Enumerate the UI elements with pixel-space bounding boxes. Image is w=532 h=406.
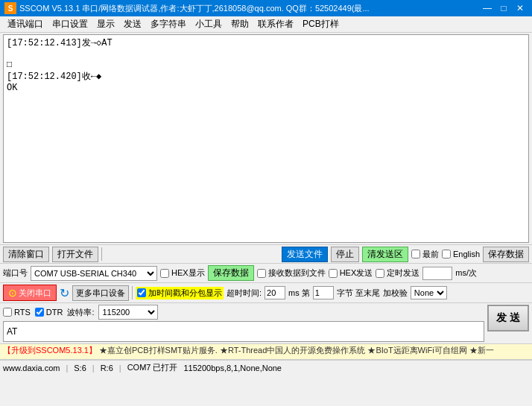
website-status: www.daxia.com — [3, 364, 60, 372]
hex-display-label[interactable]: HEX显示 — [160, 267, 205, 279]
hex-send-label[interactable]: HEX发送 — [329, 267, 373, 279]
receive-file-text: 接收数据到文件 — [268, 267, 326, 279]
baud-label: 波特率: — [67, 307, 94, 318]
toolbar-separator-1 — [101, 247, 102, 261]
close-button[interactable]: ✕ — [513, 2, 528, 14]
menu-serial-settings[interactable]: 串口设置 — [48, 16, 92, 32]
stop-button[interactable]: 停止 — [331, 247, 359, 262]
timed-send-text: 定时发送 — [387, 267, 419, 279]
promo-text-4: ★BIoT远距离WiFi可自组网 — [367, 346, 466, 355]
radio-icon: ⊙ — [8, 287, 17, 299]
timeout-input[interactable] — [265, 286, 285, 299]
checksum-select[interactable]: None — [411, 286, 447, 299]
byte-unit-label: 字节 至末尾 — [337, 288, 380, 299]
menu-send[interactable]: 发送 — [119, 16, 146, 32]
terminal-line-2 — [7, 49, 525, 60]
receive-file-checkbox[interactable] — [257, 269, 266, 278]
ms-label: ms 第 — [288, 288, 310, 299]
hex-display-checkbox[interactable] — [160, 269, 169, 278]
promo-text-1: 【升级到SSCOM5.13.1】 — [3, 346, 97, 355]
english-checkbox[interactable] — [442, 250, 451, 258]
menu-pcb[interactable]: PCB打样 — [298, 16, 343, 32]
rts-label[interactable]: RTS — [3, 308, 31, 317]
open-file-button[interactable]: 打开文件 — [52, 247, 98, 262]
menu-comm-port[interactable]: 通讯端口 — [3, 16, 48, 32]
s-count-status: S:6 — [74, 364, 86, 372]
byte-input[interactable] — [313, 286, 334, 299]
window-controls: — □ ✕ — [480, 2, 528, 14]
send-input[interactable] — [3, 321, 484, 342]
rts-checkbox[interactable] — [3, 308, 12, 317]
send-input-row — [3, 321, 484, 342]
toolbar-row: 清除窗口 打开文件 发送文件 停止 清发送区 最前 English 保存数据 — [0, 244, 532, 264]
timestamp-checkbox[interactable] — [137, 288, 146, 297]
status-bar: www.daxia.com | S:6 | R:6 | COM7 已打开 115… — [0, 360, 532, 375]
english-checkbox-label[interactable]: English — [442, 250, 480, 258]
timed-value-input[interactable]: 1000 — [422, 267, 452, 280]
title-bar: S SSCOM V5.13.1 串口/网络数据调试器,作者:大虾丁丁,26180… — [0, 0, 532, 16]
terminal-line-1: [17:52:12.413]发→◇AT — [7, 37, 525, 49]
hex-send-checkbox[interactable] — [329, 269, 338, 278]
config-row-2: ⊙ 关闭串口 ↻ 更多串口设备 加时间戳和分包显示 超时时间: ms 第 字节 … — [0, 283, 532, 303]
maximize-button[interactable]: □ — [496, 2, 511, 14]
timestamp-text: 加时间戳和分包显示 — [148, 288, 222, 299]
terminal-output: [17:52:12.413]发→◇AT □ [17:52:12.420]收←◆ … — [3, 34, 529, 243]
dtr-label[interactable]: DTR — [35, 308, 63, 317]
last-checkbox[interactable] — [411, 250, 420, 258]
timeout-label: 超时时间: — [227, 288, 262, 299]
refresh-icon[interactable]: ↻ — [60, 286, 69, 300]
menu-bar: 通讯端口 串口设置 显示 发送 多字符串 小工具 帮助 联系作者 PCB打样 — [0, 16, 532, 33]
clear-window-button[interactable]: 清除窗口 — [3, 247, 49, 262]
window-title: SSCOM V5.13.1 串口/网络数据调试器,作者:大虾丁丁,2618058… — [19, 3, 480, 14]
app-icon: S — [4, 2, 16, 14]
terminal-line-5: OK — [7, 83, 525, 93]
promo-text-3: ★RT-Thread中国人的开源免费操作系统 — [220, 346, 365, 355]
send-region-button[interactable]: 清发送区 — [362, 247, 408, 262]
menu-multistring[interactable]: 多字符串 — [146, 16, 191, 32]
last-label: 最前 — [422, 249, 439, 260]
dtr-text: DTR — [46, 308, 63, 317]
send-button[interactable]: 发 送 — [487, 305, 529, 332]
hex-send-text: HEX发送 — [340, 267, 373, 279]
promo-text-5: ★新一 — [469, 346, 494, 355]
send-area-right: 发 送 — [487, 305, 529, 332]
config-row-3: RTS DTR 波特率: 115200 — [3, 305, 484, 320]
send-file-button[interactable]: 发送文件 — [282, 247, 328, 262]
r-count-status: R:6 — [101, 364, 113, 372]
timestamp-label[interactable]: 加时间戳和分包显示 — [136, 287, 224, 299]
last-checkbox-label[interactable]: 最前 — [411, 249, 439, 260]
receive-file-label[interactable]: 接收数据到文件 — [257, 267, 326, 279]
baud-select[interactable]: 115200 — [98, 305, 158, 320]
promo-bar: 【升级到SSCOM5.13.1】 ★嘉立创PCB打样SMT贴片服务. ★RT-T… — [0, 343, 532, 360]
timed-unit-label: ms/次 — [455, 267, 477, 279]
timed-send-label[interactable]: 定时发送 — [376, 267, 419, 279]
rts-text: RTS — [14, 308, 31, 317]
menu-tools[interactable]: 小工具 — [191, 16, 227, 32]
dtr-checkbox[interactable] — [35, 308, 44, 317]
port-status: COM7 已打开 — [127, 362, 178, 373]
menu-display[interactable]: 显示 — [92, 16, 119, 32]
timed-send-checkbox[interactable] — [376, 269, 384, 278]
port-select[interactable]: COM7 USB-SERIAL CH340 — [31, 266, 157, 281]
terminal-line-4: [17:52:12.420]收←◆ — [7, 70, 525, 83]
config-row-1: 端口号 COM7 USB-SERIAL CH340 HEX显示 保存数据 接收数… — [0, 264, 532, 283]
save-data-button[interactable]: 保存数据 — [208, 265, 254, 281]
close-port-button[interactable]: ⊙ 关闭串口 — [3, 285, 57, 301]
baud-info-status: 115200bps,8,1,None,None — [183, 364, 282, 372]
english-label: English — [453, 250, 480, 258]
send-area-wrapper: RTS DTR 波特率: 115200 发 送 — [0, 303, 532, 343]
checksum-label: 加校验 — [383, 288, 408, 299]
menu-contact[interactable]: 联系作者 — [253, 16, 298, 32]
minimize-button[interactable]: — — [480, 2, 495, 14]
hex-display-text: HEX显示 — [171, 267, 205, 279]
send-area-left: RTS DTR 波特率: 115200 — [3, 305, 484, 342]
config-separator-1 — [132, 286, 133, 299]
menu-help[interactable]: 帮助 — [227, 16, 253, 32]
close-port-label: 关闭串口 — [19, 288, 51, 299]
port-label: 端口号 — [3, 267, 28, 279]
terminal-line-3: □ — [7, 60, 525, 70]
promo-text-2: ★嘉立创PCB打样SMT贴片服务. — [99, 346, 218, 355]
more-ports-button[interactable]: 更多串口设备 — [72, 285, 129, 301]
save-data-button-toolbar[interactable]: 保存数据 — [483, 247, 529, 262]
